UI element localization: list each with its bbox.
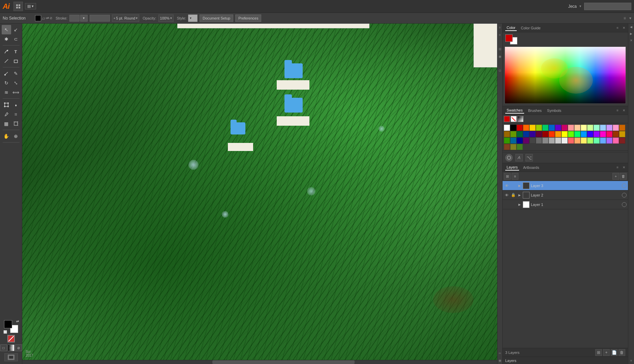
swatch-cell-48[interactable] [568, 138, 574, 144]
gradient-mode-btn[interactable]: □ [8, 344, 14, 351]
swatch-cell-27[interactable] [555, 131, 561, 137]
opacity-control[interactable]: 100% ▾ [158, 14, 174, 22]
canvas-folder-1[interactable] [284, 63, 303, 78]
swatch-cell-17[interactable] [613, 125, 619, 131]
align-icon[interactable]: ≡ [497, 32, 502, 37]
layer-row-3[interactable]: 👁 🔒 ▶ Layer 3 [503, 181, 628, 190]
options-more-icon[interactable]: ≡ [624, 16, 626, 21]
panel-icon-3[interactable]: ⌥ [525, 154, 533, 161]
layer-list-view-btn[interactable]: ≡ [512, 173, 518, 180]
stroke-value-input[interactable] [69, 15, 80, 22]
swatch-cell-9[interactable] [562, 125, 568, 131]
layer-1-expand-btn[interactable]: ▶ [517, 203, 521, 207]
rotate-tool[interactable]: ↻ [2, 78, 11, 88]
swatch-cell-3[interactable] [523, 125, 529, 131]
stroke-size-dropdown[interactable]: ● 5 pt. Round ▾ [112, 14, 139, 22]
swatch-cell-13[interactable] [587, 125, 593, 131]
shape-builder-tool[interactable]: ⬧ [11, 100, 21, 110]
appear-icon[interactable]: ◉ [497, 54, 502, 59]
color-panel-close[interactable]: ✕ [623, 26, 625, 30]
layer-2-target-circle[interactable] [622, 193, 627, 198]
type-tool[interactable]: T [11, 47, 21, 56]
panel-ctrl-close[interactable]: ✕ [629, 38, 634, 43]
swatch-cell-4[interactable] [530, 125, 536, 131]
swatch-cell-6[interactable] [542, 125, 548, 131]
swatch-cell-40[interactable] [517, 138, 523, 144]
swatch-cell-8[interactable] [555, 125, 561, 131]
swatch-cell-43[interactable] [536, 138, 542, 144]
lasso-tool[interactable]: ⊂ [11, 34, 21, 44]
options-arrow-icon[interactable]: ▾ [629, 16, 631, 21]
swatch-cell-18[interactable] [619, 125, 625, 131]
swatch-cell-2[interactable] [517, 125, 523, 131]
layers-new-layer-btn2[interactable]: 📄 [611, 349, 617, 356]
layer-2-visibility-icon[interactable]: 👁 [504, 192, 509, 198]
swatch-cell-22[interactable] [523, 131, 529, 137]
swatch-cell-25[interactable] [542, 131, 548, 137]
swatch-cell-24[interactable] [536, 131, 542, 137]
style-dropdown[interactable]: ▾ [190, 16, 191, 20]
swatch-gradient-btn[interactable] [517, 116, 523, 122]
hand-tool[interactable]: ✋ [2, 131, 11, 141]
opacity-dropdown[interactable]: ▾ [170, 16, 172, 20]
panel-ctrl-collapse[interactable]: ◀ [629, 24, 634, 30]
swatch-cell-16[interactable] [606, 125, 612, 131]
swatch-cell-11[interactable] [574, 125, 580, 131]
swatch-cell-53[interactable] [600, 138, 606, 144]
swatch-cell-0[interactable] [504, 125, 510, 131]
swatch-cell-34[interactable] [600, 131, 606, 137]
panel-text-icon[interactable]: A [515, 154, 523, 161]
magic-wand-tool[interactable]: ✱ [2, 34, 11, 44]
dropdown-arrow[interactable]: ▾ [136, 16, 138, 20]
bottom-layers-tab[interactable]: Layers [505, 359, 516, 363]
color-tab[interactable]: Color [505, 25, 517, 31]
swatch-cell-1[interactable] [510, 125, 516, 131]
swatch-fg-btn[interactable] [504, 116, 510, 122]
normal-mode-btn[interactable]: □ [0, 344, 7, 351]
swatch-cell-50[interactable] [581, 138, 587, 144]
direct-selection-tool[interactable]: ↙ [11, 25, 21, 34]
layer-3-target-circle[interactable] [622, 183, 627, 188]
canvas-folder-3[interactable] [231, 122, 245, 134]
swatch-cell-59[interactable] [517, 144, 523, 150]
swatches-tab[interactable]: Swatches [505, 108, 524, 114]
swatch-cell-36[interactable] [613, 131, 619, 137]
color-gradient-display[interactable] [505, 47, 626, 104]
layer-2-expand-btn[interactable]: ▶ [517, 193, 521, 197]
swatch-cell-47[interactable] [562, 138, 568, 144]
swatch-cell-56[interactable] [619, 138, 625, 144]
warp-tool[interactable]: ≋ [2, 88, 11, 97]
swatch-cell-42[interactable] [530, 138, 536, 144]
layers-delete-btn[interactable]: 🗑 [618, 349, 625, 356]
document-setup-button[interactable]: Document Setup [200, 14, 233, 22]
layers-tab[interactable]: Layers [505, 164, 519, 171]
swatch-cell-46[interactable] [555, 138, 561, 144]
width-tool[interactable]: ⟺ [11, 88, 21, 97]
swatch-cell-38[interactable] [504, 138, 510, 144]
color-guide-tab[interactable]: Color Guide [519, 25, 542, 31]
color-panel-menu[interactable]: ≡ [616, 26, 618, 30]
workspace-switcher[interactable]: ▤ ▾ [25, 3, 36, 9]
layers-new-sublayer-btn[interactable]: + [603, 349, 610, 356]
swatch-cell-45[interactable] [549, 138, 555, 144]
canvas-rect-3[interactable] [228, 143, 253, 151]
swatch-cell-20[interactable] [510, 131, 516, 137]
swatch-cell-15[interactable] [600, 125, 606, 131]
pen-tool[interactable] [2, 47, 11, 56]
stroke-color-btn[interactable]: ▾ [80, 15, 88, 22]
column-graph-tool[interactable]: ▦ [2, 119, 11, 128]
link-icon[interactable]: ∞ [497, 351, 502, 355]
effects-icon[interactable]: ◉ [497, 358, 502, 363]
pencil-tool[interactable]: ✎ [11, 69, 21, 78]
swatch-cell-39[interactable] [510, 138, 516, 144]
swatch-cell-44[interactable] [542, 138, 548, 144]
swatch-cell-55[interactable] [613, 138, 619, 144]
eyedropper-tool[interactable] [2, 110, 11, 119]
artboard-display-btn[interactable] [4, 353, 18, 361]
swatch-cell-7[interactable] [549, 125, 555, 131]
opacity-icon[interactable]: ⊙ [497, 68, 502, 73]
swatch-cell-19[interactable] [504, 131, 510, 137]
swatch-cell-30[interactable] [574, 131, 580, 137]
canvas-horizontal-scrollbar[interactable] [22, 360, 497, 364]
rect-tool[interactable] [11, 56, 21, 66]
